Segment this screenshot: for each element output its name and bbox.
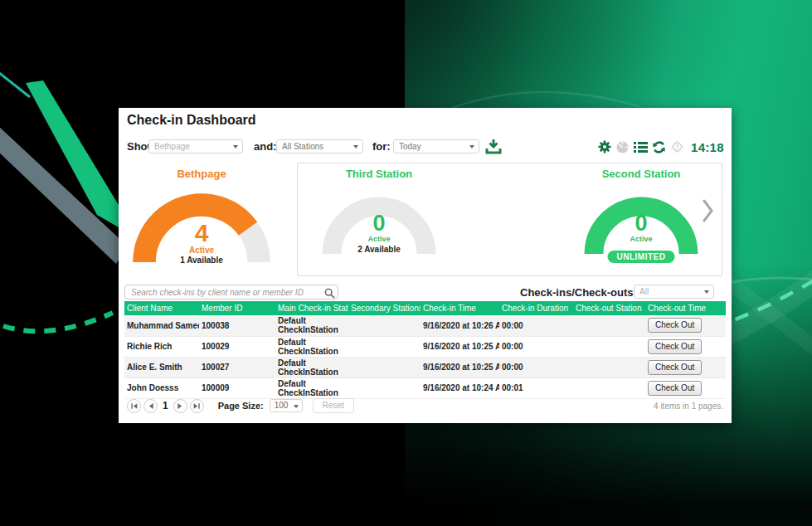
gauge-active-label: Active	[316, 235, 442, 243]
table-row: John Doesss 100009 DefaultCheckInStation…	[124, 377, 726, 398]
teal-line-decor	[0, 70, 30, 97]
column-header-client-name: Client Name	[124, 301, 199, 315]
download-button[interactable]	[484, 139, 503, 154]
pagination-summary: 4 items in 1 pages.	[654, 402, 723, 411]
member-id-cell: 100038	[199, 315, 275, 336]
settings-button[interactable]	[597, 140, 611, 154]
chevron-right-icon	[702, 198, 715, 223]
gear-icon	[598, 140, 611, 153]
stations-carousel-panel: Third Station 0 Active 2 Available Secon…	[297, 163, 722, 276]
check-out-button[interactable]: Check Out	[648, 339, 702, 354]
checkins-checkouts-select-value: All	[639, 287, 649, 296]
column-header-checkout-time: Check-out Time	[645, 301, 726, 315]
checkin-duration-cell: 00:00	[499, 315, 573, 336]
checkout-station-cell	[573, 377, 645, 398]
check-out-button[interactable]: Check Out	[648, 318, 702, 333]
checkin-dashboard-window: Check-in Dashboard Show: Bethpage and: A…	[119, 108, 732, 423]
column-header-member-id: Member ID	[199, 301, 275, 315]
gauge-active-count: 0	[578, 211, 704, 236]
date-range-select[interactable]: Today	[393, 139, 479, 153]
column-header-main-checkin-station: Main Check-in Station	[275, 301, 348, 315]
current-page-number[interactable]: 1	[163, 400, 168, 412]
column-header-checkin-duration: Check-in Duration	[499, 301, 573, 315]
gauge-title: Bethpage	[125, 168, 278, 180]
stations-dashboard-button[interactable]	[615, 140, 630, 154]
checkin-time-cell: 9/16/2020 at 10:26 AM	[421, 315, 499, 336]
gray-stripe-decor	[0, 124, 128, 264]
secondary-stations-cell	[348, 377, 421, 398]
page-size-value: 100	[275, 401, 289, 410]
and-label: and:	[254, 140, 276, 153]
stations-select[interactable]: All Stations	[276, 139, 363, 153]
search-input[interactable]	[124, 285, 338, 300]
secondary-stations-cell	[348, 357, 421, 377]
check-out-button[interactable]: Check Out	[648, 381, 702, 396]
secondary-stations-cell	[348, 336, 421, 357]
alerts-button[interactable]	[670, 140, 684, 154]
list-view-button[interactable]	[634, 140, 648, 154]
unlimited-badge: UNLIMITED	[608, 251, 675, 263]
checkin-duration-cell: 00:01	[499, 377, 573, 398]
main-checkin-station-cell: DefaultCheckInStation	[275, 315, 348, 336]
table-row: Alice E. Smith 100027 DefaultCheckInStat…	[124, 357, 726, 377]
reset-button[interactable]: Reset	[313, 398, 354, 413]
gauge-active-label: Active	[125, 246, 278, 255]
checkout-time-cell: Check Out	[645, 315, 726, 336]
checkout-time-cell: Check Out	[645, 336, 726, 357]
station-time: 14:18	[691, 140, 724, 154]
green-stripe-decor	[26, 80, 121, 227]
gauge-second-station: Second Station 0 Active UNLIMITED	[578, 168, 704, 274]
checkout-time-cell: Check Out	[645, 357, 726, 377]
checkin-time-cell: 9/16/2020 at 10:25 AM	[421, 336, 499, 357]
gauge-availability: 1 Available	[125, 256, 278, 265]
gauge-bethpage: Bethpage 4 Active 1 Available	[125, 168, 278, 274]
secondary-stations-cell	[348, 315, 421, 336]
table-row: Muhammad Sameer 100038 DefaultCheckInSta…	[124, 315, 726, 336]
date-range-select-value: Today	[399, 142, 421, 151]
column-header-checkout-station: Check-out Station	[573, 301, 645, 315]
carousel-next-button[interactable]	[702, 198, 715, 226]
pager-prev-button[interactable]	[143, 399, 158, 413]
pager-first-button[interactable]	[127, 399, 141, 413]
refresh-button[interactable]	[652, 140, 666, 154]
member-id-cell: 100029	[199, 336, 275, 357]
checkout-station-cell	[573, 357, 645, 377]
gauge-availability: 2 Available	[316, 245, 442, 254]
stations-select-value: All Stations	[282, 142, 323, 151]
main-checkin-station-cell: DefaultCheckInStation	[275, 357, 348, 377]
checkins-checkouts-label: Check-ins/Check-outs:	[520, 286, 637, 299]
checkin-duration-cell: 00:00	[499, 336, 573, 357]
chevron-down-icon	[469, 145, 474, 149]
chevron-down-icon	[294, 405, 299, 408]
member-id-cell: 100009	[199, 377, 275, 398]
dashed-curve-left	[3, 313, 113, 331]
client-name-cell: Alice E. Smith	[124, 357, 199, 377]
client-name-cell: Richie Rich	[124, 336, 199, 357]
checkin-time-cell: 9/16/2020 at 10:25 AM	[421, 357, 499, 377]
column-header-checkin-time: Check-in Time	[421, 301, 499, 315]
pagination: 1 Page Size: 100 Reset	[127, 398, 354, 413]
speedometer-icon	[615, 140, 630, 154]
column-header-secondary-stations: Secondary Stations	[348, 301, 421, 315]
list-icon	[634, 141, 648, 153]
gauge-title: Second Station	[578, 168, 704, 180]
chevron-down-icon	[704, 290, 709, 294]
pager-last-button[interactable]	[190, 399, 204, 413]
refresh-icon	[652, 140, 666, 154]
search-icon[interactable]	[324, 287, 335, 302]
for-label: for:	[372, 140, 391, 153]
checkins-checkouts-select[interactable]: All	[634, 285, 714, 299]
pager-next-button[interactable]	[173, 399, 187, 413]
page-size-select[interactable]: 100	[270, 399, 303, 412]
facility-select[interactable]: Bethpage	[148, 139, 243, 153]
table-row: Richie Rich 100029 DefaultCheckInStation…	[124, 336, 726, 357]
gauge-third-station: Third Station 0 Active 2 Available	[316, 168, 442, 274]
page-title: Check-in Dashboard	[127, 113, 256, 128]
checkin-time-cell: 9/16/2020 at 10:24 AM	[421, 377, 499, 398]
client-name-cell: Muhammad Sameer	[124, 315, 199, 336]
main-checkin-station-cell: DefaultCheckInStation	[275, 336, 348, 357]
check-out-button[interactable]: Check Out	[648, 360, 702, 375]
desktop-background: Check-in Dashboard Show: Bethpage and: A…	[0, 0, 812, 526]
download-icon	[484, 139, 503, 154]
gauge-active-count: 0	[316, 211, 442, 236]
